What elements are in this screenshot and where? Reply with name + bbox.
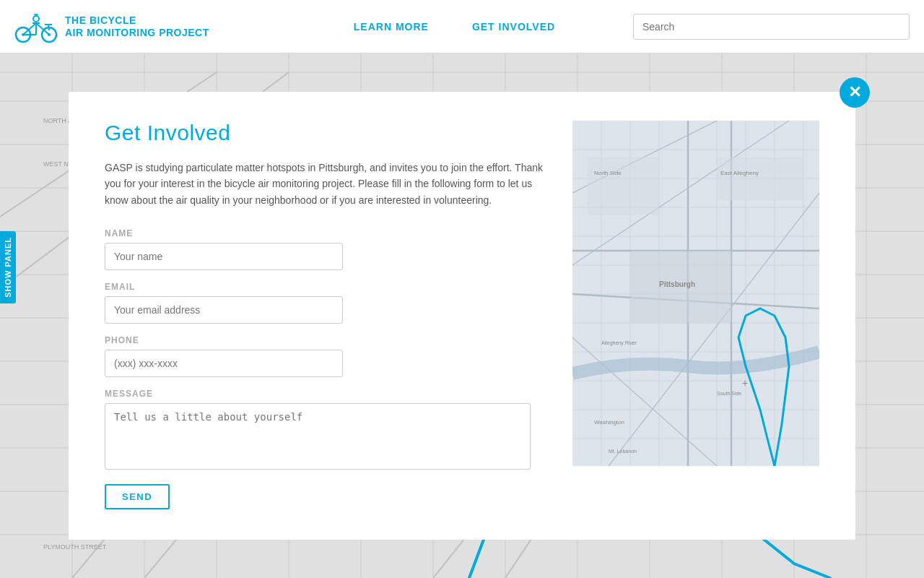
svg-text:South Side: South Side [717,391,741,396]
message-textarea[interactable] [105,403,531,470]
get-involved-link[interactable]: GET INVOLVED [472,21,555,33]
get-involved-modal: ✕ Get Involved GASP is studying particul… [69,92,855,540]
svg-rect-81 [587,157,659,215]
svg-rect-82 [717,157,803,200]
svg-point-48 [22,33,25,36]
bicycle-icon [14,9,58,45]
svg-text:Pittsburgh: Pittsburgh [659,280,695,288]
nav-links: LEARN MORE GET INVOLVED [354,21,633,33]
svg-text:East Allegheny: East Allegheny [720,170,759,176]
modal-form-side: Get Involved GASP is studying particulat… [105,121,544,504]
svg-text:Mt. Lebanon: Mt. Lebanon [609,449,637,454]
email-field-group: EMAIL [105,282,544,324]
modal-map: North Side East Allegheny Pittsburgh All… [572,121,819,466]
svg-text:Allegheny River: Allegheny River [601,340,637,346]
modal-map-side: North Side East Allegheny Pittsburgh All… [572,121,819,504]
svg-point-49 [48,33,51,36]
close-button[interactable]: ✕ [840,77,870,108]
search-input[interactable] [633,14,910,40]
logo-area: THE BICYCLE AIR MONITORING PROJECT [14,9,209,45]
phone-label: PHONE [105,335,544,345]
modal-title: Get Involved [105,121,544,145]
header: THE BICYCLE AIR MONITORING PROJECT LEARN… [0,0,924,53]
svg-text:North Side: North Side [594,170,622,176]
svg-text:Washington: Washington [594,419,624,426]
svg-line-45 [48,25,49,30]
modal-overlay: ✕ Get Involved GASP is studying particul… [0,53,924,578]
phone-input[interactable] [105,350,343,377]
email-label: EMAIL [105,282,544,292]
logo-line2: AIR MONITORING PROJECT [65,27,209,39]
logo-line1: THE BICYCLE [65,14,209,27]
logo-text: THE BICYCLE AIR MONITORING PROJECT [65,14,209,39]
message-field-group: MESSAGE [105,389,544,470]
close-icon: ✕ [848,83,861,102]
learn-more-link[interactable]: LEARN MORE [354,21,429,33]
svg-text:+: + [742,377,748,389]
message-label: MESSAGE [105,389,544,399]
name-label: NAME [105,228,544,238]
phone-field-group: PHONE [105,335,544,377]
name-input[interactable] [105,243,343,270]
svg-point-50 [33,16,39,22]
email-input[interactable] [105,296,343,324]
modal-description: GASP is studying particulate matter hots… [105,160,544,208]
name-field-group: NAME [105,228,544,270]
send-button[interactable]: SEND [105,484,170,509]
